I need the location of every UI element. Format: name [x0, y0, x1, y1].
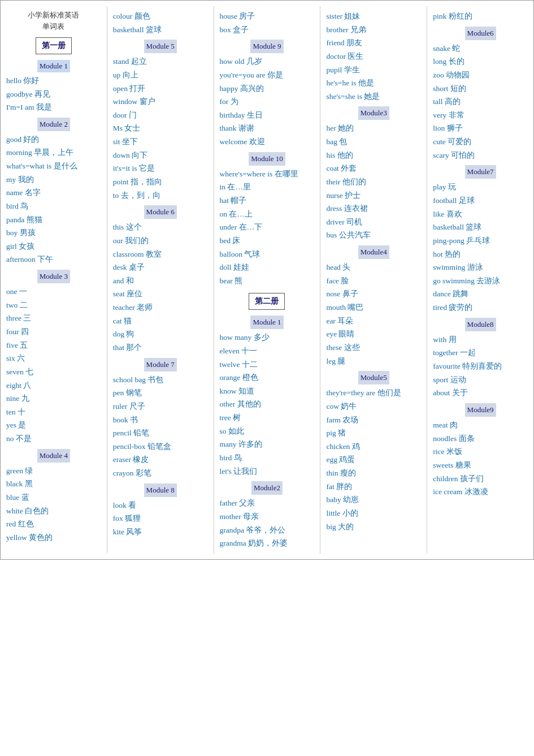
- word-driver: driver 司机: [326, 215, 421, 229]
- word-panda: panda 熊猫: [6, 213, 101, 227]
- word-dance: dance 跳舞: [433, 287, 528, 301]
- word-that: that 那个: [113, 341, 208, 355]
- word-yellow: yellow 黄色的: [6, 531, 101, 545]
- word-father: father 父亲: [220, 496, 315, 510]
- word-sport: sport 运动: [433, 373, 528, 387]
- word-favourite: favourite 特别喜爱的: [433, 360, 528, 373]
- word-no: no 不是: [6, 432, 101, 446]
- word-baby: baby 幼崽: [326, 493, 421, 507]
- word-book: book 书: [113, 413, 208, 427]
- word-pig: pig 猪: [326, 426, 421, 440]
- word-up: up 向上: [113, 68, 208, 82]
- word-swimming: swimming 游泳: [433, 261, 528, 274]
- word-fox: fox 狐狸: [113, 512, 208, 525]
- word-egg: egg 鸡蛋: [326, 453, 421, 466]
- word-mouth: mouth 嘴巴: [326, 301, 421, 314]
- word-bird2: bird 鸟: [220, 451, 315, 465]
- word-look: look 看: [113, 499, 208, 512]
- word-in: in 在…里: [220, 180, 315, 194]
- word-seat: seat 座位: [113, 287, 208, 301]
- word-bag: bag 包: [326, 135, 421, 149]
- word-wheres: where's=where is 在哪里: [220, 167, 315, 181]
- column-3: house 房子 box 盒子 Module 9 how old 几岁 you'…: [214, 6, 321, 554]
- word-eight: eight 八: [6, 379, 101, 392]
- word-orange: orange 橙色: [220, 371, 315, 385]
- word-iam: I'm=I am 我是: [6, 101, 101, 114]
- module-9-header: Module 9: [250, 40, 283, 53]
- word-icecream: ice cream 冰激凌: [433, 485, 528, 499]
- word-down: down 向下: [113, 149, 208, 162]
- word-bear: bear 熊: [220, 274, 315, 288]
- col4-module-4-header: Module4: [358, 245, 389, 259]
- word-pupil: pupil 学生: [326, 63, 421, 77]
- word-one: one 一: [6, 285, 101, 299]
- word-morning: morning 早晨，上午: [6, 146, 101, 159]
- module-10-header: Module 10: [249, 152, 285, 166]
- word-crayon: crayon 彩笔: [113, 466, 208, 480]
- column-5: pink 粉红的 Module6 snake 蛇 long 长的 zoo 动物园…: [427, 6, 533, 554]
- word-red: red 红色: [6, 517, 101, 531]
- word-hello: hello 你好: [6, 74, 101, 88]
- word-goodbye: goodbye 再见: [6, 88, 101, 101]
- word-fat: fat 胖的: [326, 480, 421, 494]
- word-grandma: grandma 奶奶，外婆: [220, 537, 315, 550]
- word-chicken: chicken 鸡: [326, 440, 421, 453]
- word-dress: dress 连衣裙: [326, 202, 421, 215]
- word-good: good 好的: [6, 133, 101, 146]
- word-ten: ten 十: [6, 405, 101, 419]
- word-girl: girl 女孩: [6, 240, 101, 253]
- word-eye: eye 眼睛: [326, 327, 421, 341]
- word-dog: dog 狗: [113, 327, 208, 341]
- word-head: head 头: [326, 261, 421, 274]
- word-two: two 二: [6, 299, 101, 312]
- book2-module-2-header: Module2: [251, 481, 283, 495]
- word-thank: thank 谢谢: [220, 122, 315, 135]
- column-4: sister 姐妹 brother 兄弟 friend 朋友 doctor 医生…: [320, 6, 427, 554]
- word-six: six 六: [6, 352, 101, 365]
- word-like: like 喜欢: [433, 208, 528, 221]
- word-under: under 在…下: [220, 221, 315, 234]
- word-their: their 他们的: [326, 175, 421, 189]
- word-whats: what's=what is 是什么: [6, 159, 101, 173]
- word-cute: cute 可爱的: [433, 135, 528, 149]
- word-thin: thin 瘦的: [326, 466, 421, 480]
- word-our: our 我们的: [113, 234, 208, 248]
- word-bird1: bird 鸟: [6, 200, 101, 213]
- word-name: name 名字: [6, 186, 101, 200]
- word-this: this 这个: [113, 221, 208, 234]
- word-rice: rice 米饭: [433, 445, 528, 459]
- word-basketball1: basketball 篮球: [113, 23, 208, 37]
- word-big: big 大的: [326, 520, 421, 534]
- word-stand: stand 起立: [113, 55, 208, 68]
- word-coat: coat 外套: [326, 162, 421, 175]
- col4-module-3-header: Module3: [358, 106, 389, 120]
- word-other: other 其他的: [220, 398, 315, 411]
- word-and: and 和: [113, 274, 208, 288]
- word-leg: leg 腿: [326, 355, 421, 368]
- word-ms: Ms 女士: [113, 122, 208, 135]
- word-kite: kite 风筝: [113, 525, 208, 539]
- column-2: colour 颜色 basketball 篮球 Module 5 stand 起…: [107, 6, 214, 554]
- word-green: green 绿: [6, 464, 101, 478]
- word-five: five 五: [6, 339, 101, 352]
- word-friend: friend 朋友: [326, 36, 421, 50]
- column-1: 小学新标准英语单词表 第一册 Module 1 hello 你好 goodbye…: [1, 6, 107, 554]
- word-happy: happy 高兴的: [220, 82, 315, 96]
- module-1-header: Module 1: [37, 60, 70, 72]
- word-face: face 脸: [326, 274, 421, 288]
- word-yes: yes 是: [6, 418, 101, 432]
- word-window: window 窗户: [113, 95, 208, 109]
- word-on: on 在…上: [220, 208, 315, 221]
- word-schoolbag: school bag 书包: [113, 373, 208, 387]
- word-doctor: doctor 医生: [326, 50, 421, 63]
- word-together: together 一起: [433, 346, 528, 360]
- word-point: point 指，指向: [113, 175, 208, 189]
- word-bus: bus 公共汽车: [326, 228, 421, 242]
- book2-module-1-header: Module 1: [250, 316, 283, 329]
- word-brother: brother 兄弟: [326, 23, 421, 37]
- word-blue: blue 蓝: [6, 491, 101, 504]
- word-pen: pen 钢笔: [113, 386, 208, 400]
- word-tree: tree 树: [220, 411, 315, 425]
- word-door: door 门: [113, 109, 208, 122]
- word-doll: doll 娃娃: [220, 261, 315, 274]
